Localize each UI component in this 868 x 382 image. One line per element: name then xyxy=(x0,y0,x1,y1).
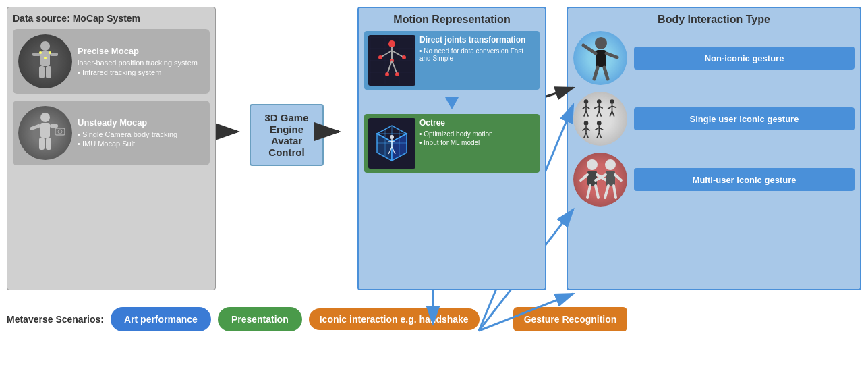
svg-point-11 xyxy=(40,41,50,51)
svg-rect-15 xyxy=(39,66,45,78)
svg-point-27 xyxy=(58,130,62,134)
svg-line-72 xyxy=(586,111,588,116)
svg-point-91 xyxy=(596,121,601,126)
svg-line-95 xyxy=(596,132,598,138)
arrow-datasource-to-engine xyxy=(219,0,246,290)
octree-box: Octree Optimized body motion Input for M… xyxy=(364,114,540,173)
scenario-presentation: Presentation xyxy=(218,307,302,331)
precise-mocap-svg xyxy=(22,38,69,85)
data-source-box: Data source: MoCap System xyxy=(7,7,216,290)
joints-item-1: No need for data conversion Fast and Sim… xyxy=(419,47,536,62)
svg-line-84 xyxy=(612,111,614,116)
svg-point-36 xyxy=(385,72,389,76)
arrow-motion-to-body xyxy=(550,0,563,290)
svg-line-75 xyxy=(594,106,599,108)
svg-point-61 xyxy=(595,37,607,49)
svg-line-81 xyxy=(607,106,612,109)
gesture-recognition-label: Gesture Recognition xyxy=(524,314,617,325)
svg-rect-25 xyxy=(46,138,51,150)
svg-line-83 xyxy=(610,111,612,116)
unsteady-mocap-title: Unsteady Mocap xyxy=(78,117,204,128)
game-engine-label: 3D Game Engine Avatar Control xyxy=(258,112,316,158)
svg-point-79 xyxy=(610,99,614,104)
unsteady-mocap-item-2: IMU Mocap Suit xyxy=(78,140,204,148)
svg-point-20 xyxy=(40,113,50,122)
svg-rect-104 xyxy=(606,171,615,186)
svg-line-90 xyxy=(586,132,588,138)
svg-point-18 xyxy=(49,51,51,54)
joints-title: Direct joints transformation xyxy=(419,35,536,45)
interaction-item-single: Single user iconic gesture xyxy=(573,92,855,146)
scenario-iconic-interaction: Iconic interaction e.g. handshake xyxy=(309,308,480,330)
svg-line-33 xyxy=(392,51,404,57)
svg-line-88 xyxy=(586,128,590,130)
metaverse-label: Metaverse Scenarios: xyxy=(7,314,104,325)
diagram: Data source: MoCap System xyxy=(0,0,868,382)
nonicon-label: Non-iconic gesture xyxy=(705,53,784,63)
svg-line-99 xyxy=(581,175,587,180)
octree-item-1: Optimized body motion xyxy=(419,130,536,138)
game-engine-box: 3D Game Engine Avatar Control xyxy=(250,104,324,166)
svg-point-17 xyxy=(39,51,42,54)
unsteady-mocap-svg xyxy=(22,109,69,157)
svg-point-85 xyxy=(583,121,588,126)
svg-marker-47 xyxy=(445,97,459,109)
joints-list: No need for data conversion Fast and Sim… xyxy=(419,47,536,62)
svg-line-65 xyxy=(594,67,598,79)
svg-line-89 xyxy=(583,132,585,138)
svg-rect-24 xyxy=(39,138,45,150)
octree-item-2: Input for ML model xyxy=(419,139,536,146)
svg-line-87 xyxy=(582,128,586,130)
svg-point-67 xyxy=(583,99,588,104)
single-image xyxy=(573,92,627,146)
svg-rect-23 xyxy=(50,124,58,128)
svg-rect-98 xyxy=(587,171,597,186)
arrow-engine-to-motion xyxy=(327,0,354,290)
svg-line-69 xyxy=(582,106,586,109)
svg-point-103 xyxy=(605,159,616,170)
joints-svg xyxy=(370,37,414,84)
svg-point-32 xyxy=(378,55,382,59)
svg-line-102 xyxy=(596,186,598,198)
precise-mocap-content: Precise Mocap laser-based position track… xyxy=(78,46,204,78)
octree-image xyxy=(368,118,415,169)
svg-point-34 xyxy=(402,55,406,59)
svg-rect-16 xyxy=(46,66,51,78)
svg-line-93 xyxy=(595,128,599,130)
iconic-interaction-label: Iconic interaction e.g. handshake xyxy=(320,314,469,325)
precise-mocap-image xyxy=(18,34,72,88)
nonicon-label-box: Non-iconic gesture xyxy=(634,47,855,70)
body-interaction-box: Body Interaction Type xyxy=(567,7,861,290)
svg-marker-49 xyxy=(377,134,392,161)
svg-line-66 xyxy=(604,67,608,79)
svg-line-70 xyxy=(586,106,590,109)
direct-joints-box: Direct joints transformation No need for… xyxy=(364,31,540,90)
nonicon-image xyxy=(573,31,627,85)
precise-mocap-item-1: laser-based position tracking system xyxy=(78,59,204,67)
svg-line-94 xyxy=(599,128,603,130)
octree-content: Octree Optimized body motion Input for M… xyxy=(419,118,536,169)
svg-line-82 xyxy=(612,106,616,107)
unsteady-mocap-section: Unsteady Mocap Single Camera body tracki… xyxy=(13,101,210,165)
unsteady-mocap-content: Unsteady Mocap Single Camera body tracki… xyxy=(78,117,204,149)
motion-down-arrow xyxy=(364,95,540,114)
joints-image xyxy=(368,35,415,86)
interaction-item-nonicon: Non-iconic gesture xyxy=(573,31,855,85)
motion-representation-box: Motion Representation xyxy=(357,7,546,290)
svg-rect-22 xyxy=(30,124,41,130)
svg-line-77 xyxy=(596,111,598,116)
svg-line-64 xyxy=(606,53,617,57)
svg-point-73 xyxy=(596,99,601,104)
svg-point-97 xyxy=(587,159,598,170)
svg-rect-21 xyxy=(40,123,50,138)
interaction-item-multi: Multi-user iconic gesture xyxy=(573,153,855,207)
data-source-title: Data source: MoCap System xyxy=(13,13,210,24)
svg-rect-62 xyxy=(596,50,606,67)
unsteady-mocap-list: Single Camera body tracking IMU Mocap Su… xyxy=(78,130,204,148)
svg-line-101 xyxy=(587,186,590,198)
svg-line-78 xyxy=(599,111,601,116)
single-label-box: Single user iconic gesture xyxy=(634,107,855,130)
unsteady-mocap-item-1: Single Camera body tracking xyxy=(78,130,204,138)
svg-line-76 xyxy=(599,106,603,108)
svg-line-71 xyxy=(583,111,585,116)
